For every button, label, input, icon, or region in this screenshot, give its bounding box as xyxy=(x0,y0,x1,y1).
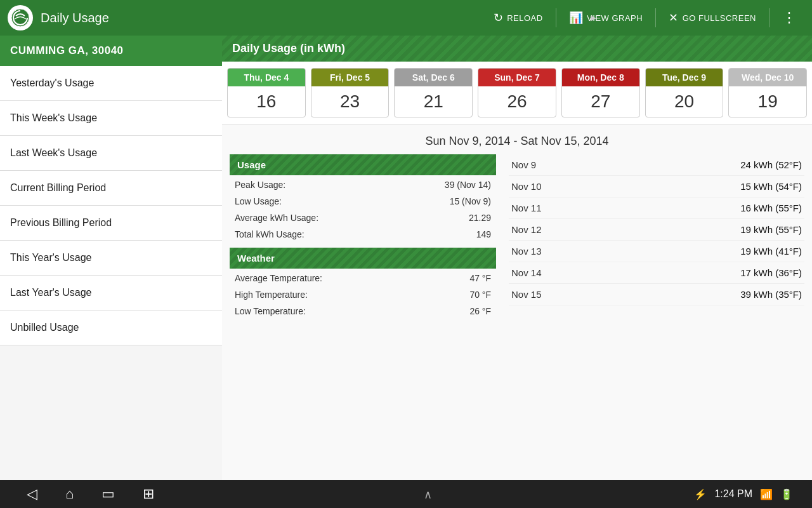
day-card-value-2: 21 xyxy=(421,86,446,117)
content-area: Daily Usage (in kWh) Thu, Dec 416Fri, De… xyxy=(222,36,812,480)
bottom-bar: ◁ ⌂ ▭ ⊞ ∧ ⚡ 1:24 PM 📶 🔋 xyxy=(0,480,812,508)
overflow-menu-button[interactable]: ⋮ xyxy=(775,4,804,31)
overflow-icon: ⋮ xyxy=(782,10,797,26)
sidebar-item-this-years-usage[interactable]: This Year's Usage xyxy=(0,241,222,276)
day-card-header-0: Thu, Dec 4 xyxy=(228,69,305,86)
location-header: CUMMING GA, 30040 xyxy=(0,36,222,66)
graph-icon: 📊 xyxy=(569,11,584,25)
usage-value-3: 149 xyxy=(476,229,491,239)
usage-label-1: Low Usage: xyxy=(235,196,450,206)
day-card-header-5: Tue, Dec 9 xyxy=(646,69,723,86)
sidebar-item-yesterdays-usage[interactable]: Yesterday's Usage xyxy=(0,66,222,101)
usage-row-1: Low Usage:15 (Nov 9) xyxy=(230,193,496,210)
day-card-value-3: 26 xyxy=(504,86,529,117)
sidebar-item-unbilled-usage[interactable]: Unbilled Usage xyxy=(0,311,222,345)
daily-value-3: 19 kWh (55°F) xyxy=(740,224,802,235)
back-button[interactable]: ◁ xyxy=(19,483,45,505)
date-range-heading: Sun Nov 9, 2014 - Sat Nov 15, 2014 xyxy=(222,124,812,154)
daily-row-2: Nov 1116 kWh (55°F) xyxy=(509,197,804,219)
usage-label-0: Peak Usage: xyxy=(235,180,445,190)
day-card-header-2: Sat, Dec 6 xyxy=(395,69,472,86)
daily-value-4: 19 kWh (41°F) xyxy=(740,246,802,257)
weather-section-header: Weather xyxy=(230,248,496,269)
weather-label-2: Low Temperature: xyxy=(235,306,469,316)
sidebar-items: Yesterday's UsageThis Week's UsageLast W… xyxy=(0,66,222,345)
reload-button[interactable]: ↻ RELOAD xyxy=(486,6,551,30)
daily-row-3: Nov 1219 kWh (55°F) xyxy=(509,219,804,241)
weather-row-0: Average Temperature:47 °F xyxy=(230,270,496,286)
weather-label-0: Average Temperature: xyxy=(235,273,469,283)
daily-date-0: Nov 9 xyxy=(511,159,536,170)
bottom-center-handle[interactable]: ∧ xyxy=(424,487,432,502)
view-graph-button[interactable]: 📊 VIEW GRAPH xyxy=(561,6,651,30)
recents-button[interactable]: ▭ xyxy=(94,483,122,505)
day-card-header-4: Mon, Dec 8 xyxy=(562,69,639,86)
sidebar-item-last-weeks-usage[interactable]: Last Week's Usage xyxy=(0,136,222,171)
weather-value-2: 26 °F xyxy=(469,306,491,316)
day-card-value-6: 19 xyxy=(756,86,780,117)
daily-date-1: Nov 10 xyxy=(511,181,542,192)
usage-value-0: 39 (Nov 14) xyxy=(445,180,491,190)
sidebar-item-this-weeks-usage[interactable]: This Week's Usage xyxy=(0,101,222,136)
signal-indicator: ▶ xyxy=(591,13,596,22)
fullscreen-button[interactable]: ✕ GO FULLSCREEN xyxy=(661,6,764,30)
day-card-4[interactable]: Mon, Dec 827 xyxy=(561,68,640,117)
clock: 1:24 PM xyxy=(714,488,752,500)
toolbar-divider-3 xyxy=(769,8,769,27)
wifi-icon: 📶 xyxy=(760,488,773,500)
usage-label-2: Average kWh Usage: xyxy=(235,213,469,223)
day-card-3[interactable]: Sun, Dec 726 xyxy=(478,68,556,117)
svg-point-0 xyxy=(11,9,29,27)
usage-value-1: 15 (Nov 9) xyxy=(450,196,491,206)
weather-value-0: 47 °F xyxy=(469,273,491,283)
day-card-header-6: Wed, Dec 10 xyxy=(729,69,806,86)
daily-row-6: Nov 1539 kWh (35°F) xyxy=(509,284,804,305)
day-card-2[interactable]: Sat, Dec 621 xyxy=(394,68,473,117)
sidebar-item-previous-billing[interactable]: Previous Billing Period xyxy=(0,206,222,241)
day-cards-row: Thu, Dec 416Fri, Dec 523Sat, Dec 621Sun,… xyxy=(222,62,812,124)
home-button[interactable]: ⌂ xyxy=(58,483,81,505)
usage-value-2: 21.29 xyxy=(469,213,491,223)
daily-row-0: Nov 924 kWh (52°F) xyxy=(509,154,804,176)
sidebar-item-last-years-usage[interactable]: Last Year's Usage xyxy=(0,276,222,311)
usage-row-0: Peak Usage:39 (Nov 14) xyxy=(230,177,496,193)
toolbar-divider-2 xyxy=(655,8,656,27)
day-card-5[interactable]: Tue, Dec 920 xyxy=(645,68,724,117)
usage-rows: Peak Usage:39 (Nov 14)Low Usage:15 (Nov … xyxy=(230,177,496,243)
up-chevron-icon: ∧ xyxy=(424,488,432,501)
day-card-0[interactable]: Thu, Dec 416 xyxy=(227,68,306,117)
reload-icon: ↻ xyxy=(494,11,504,25)
toolbar-actions: ↻ RELOAD 📊 VIEW GRAPH ✕ GO FULLSCREEN ⋮ xyxy=(486,4,804,31)
day-card-1[interactable]: Fri, Dec 523 xyxy=(311,68,390,117)
usage-row-3: Total kWh Usage:149 xyxy=(230,226,496,243)
weather-row-2: Low Temperature:26 °F xyxy=(230,303,496,319)
sidebar: CUMMING GA, 30040 Yesterday's UsageThis … xyxy=(0,36,222,480)
battery-icon: 🔋 xyxy=(780,488,793,500)
daily-row-4: Nov 1319 kWh (41°F) xyxy=(509,241,804,262)
daily-row-5: Nov 1417 kWh (36°F) xyxy=(509,262,804,284)
bottom-left-nav: ◁ ⌂ ▭ ⊞ xyxy=(19,483,162,505)
usage-row-2: Average kWh Usage:21.29 xyxy=(230,210,496,226)
daily-value-6: 39 kWh (35°F) xyxy=(740,289,802,300)
day-card-6[interactable]: Wed, Dec 1019 xyxy=(728,68,807,117)
usage-section-header: Usage xyxy=(230,154,496,175)
app-title: Daily Usage xyxy=(41,11,486,25)
day-card-value-1: 23 xyxy=(337,86,362,117)
daily-date-3: Nov 12 xyxy=(511,224,542,235)
weather-label-1: High Temperature: xyxy=(235,290,469,300)
usb-icon: ⚡ xyxy=(694,488,707,500)
daily-date-5: Nov 14 xyxy=(511,267,542,278)
data-area: Usage Peak Usage:39 (Nov 14)Low Usage:15… xyxy=(222,154,812,327)
sidebar-item-current-billing[interactable]: Current Billing Period xyxy=(0,171,222,206)
day-card-header-3: Sun, Dec 7 xyxy=(478,69,556,86)
daily-row-1: Nov 1015 kWh (54°F) xyxy=(509,176,804,197)
daily-date-6: Nov 15 xyxy=(511,289,542,300)
app-bar: Daily Usage ▶ ↻ RELOAD 📊 VIEW GRAPH ✕ GO… xyxy=(0,0,812,36)
day-card-value-5: 20 xyxy=(672,86,697,117)
weather-rows: Average Temperature:47 °FHigh Temperatur… xyxy=(230,270,496,319)
daily-value-2: 16 kWh (55°F) xyxy=(740,203,802,213)
day-card-header-1: Fri, Dec 5 xyxy=(311,69,389,86)
qr-button[interactable]: ⊞ xyxy=(135,483,162,505)
daily-date-2: Nov 11 xyxy=(511,203,542,213)
daily-value-0: 24 kWh (52°F) xyxy=(740,159,802,170)
